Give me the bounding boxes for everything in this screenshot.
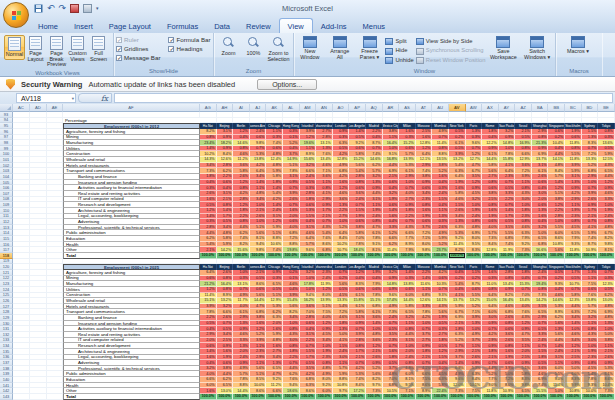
- column-header-ak[interactable]: AK: [266, 104, 283, 112]
- column-header-an[interactable]: AN: [316, 104, 333, 112]
- save-workspace-button[interactable]: Save Workspace: [487, 35, 519, 61]
- column-header-aj[interactable]: AJ: [250, 104, 267, 112]
- cell[interactable]: 100.0%: [499, 394, 516, 400]
- tab-home[interactable]: Home: [30, 19, 66, 33]
- page-break-preview-button[interactable]: Page Break Preview: [46, 35, 67, 69]
- insert-function-button[interactable]: fx: [78, 93, 112, 103]
- cell[interactable]: 100.0%: [250, 394, 267, 400]
- tab-add-ins[interactable]: Add-Ins: [313, 19, 355, 33]
- column-header-be[interactable]: BE: [598, 104, 615, 112]
- view-side-by-side-button[interactable]: View Side by Side: [416, 38, 486, 45]
- column-header-aq[interactable]: AQ: [366, 104, 383, 112]
- 100-button[interactable]: 100%: [241, 35, 266, 58]
- zoom-to-selection-button[interactable]: Zoom to Selection: [266, 35, 291, 63]
- gridlines-checkbox[interactable]: ✓Gridlines: [116, 45, 160, 52]
- cell[interactable]: 100.0%: [466, 394, 483, 400]
- column-header-ai[interactable]: AI: [233, 104, 250, 112]
- name-box-dropdown-icon[interactable]: ▾: [72, 96, 74, 101]
- cell[interactable]: [13, 394, 30, 400]
- tab-menus[interactable]: Menus: [355, 19, 394, 33]
- tab-review[interactable]: Review: [238, 19, 279, 33]
- cell[interactable]: 100.0%: [200, 394, 217, 400]
- cell[interactable]: 100.0%: [217, 394, 234, 400]
- hide-button[interactable]: Hide: [385, 48, 413, 55]
- cell[interactable]: 100.0%: [300, 394, 317, 400]
- column-header-ar[interactable]: AR: [383, 104, 400, 112]
- row-header-143[interactable]: 143: [0, 394, 13, 400]
- column-header-al[interactable]: AL: [283, 104, 300, 112]
- column-header-ax[interactable]: AX: [482, 104, 499, 112]
- column-header-af[interactable]: AF: [63, 104, 200, 112]
- cell[interactable]: 100.0%: [383, 394, 400, 400]
- column-header-ae[interactable]: AE: [47, 104, 63, 112]
- ruler-checkbox[interactable]: ✓Ruler: [116, 36, 160, 43]
- page-layout-button[interactable]: Page Layout: [25, 35, 46, 63]
- message-bar-checkbox[interactable]: ✓Message Bar: [116, 54, 160, 61]
- cell[interactable]: 100.0%: [432, 394, 449, 400]
- formula-input[interactable]: [114, 93, 613, 103]
- column-header-at[interactable]: AT: [416, 104, 433, 112]
- cell[interactable]: 100.0%: [266, 394, 283, 400]
- column-header-bc[interactable]: BC: [565, 104, 582, 112]
- column-header-az[interactable]: AZ: [515, 104, 532, 112]
- custom-views-button[interactable]: Custom Views: [67, 35, 88, 63]
- select-all-corner[interactable]: [0, 104, 13, 112]
- column-header-bb[interactable]: BB: [548, 104, 565, 112]
- column-header-ah[interactable]: AH: [217, 104, 234, 112]
- column-header-ac[interactable]: AC: [13, 104, 30, 112]
- cell[interactable]: 100.0%: [233, 394, 250, 400]
- cell[interactable]: 100.0%: [333, 394, 350, 400]
- cell[interactable]: 100.0%: [349, 394, 366, 400]
- column-header-ba[interactable]: BA: [532, 104, 549, 112]
- headings-checkbox[interactable]: ✓Headings: [168, 45, 210, 52]
- arrange-all-button[interactable]: Arrange All: [326, 35, 354, 61]
- normal-button[interactable]: Normal: [4, 35, 25, 60]
- cell[interactable]: 100.0%: [532, 394, 549, 400]
- office-button[interactable]: [3, 2, 29, 28]
- switch-windows-button[interactable]: Switch Windows ▾: [521, 35, 553, 61]
- zoom-button[interactable]: Zoom: [216, 35, 241, 58]
- cell[interactable]: 100.0%: [366, 394, 383, 400]
- split-button[interactable]: Split: [385, 38, 413, 45]
- cell[interactable]: 100.0%: [449, 394, 466, 400]
- column-header-ag[interactable]: AG: [200, 104, 217, 112]
- column-header-aw[interactable]: AW: [466, 104, 483, 112]
- cell[interactable]: 100.0%: [515, 394, 532, 400]
- new-window-button[interactable]: New Window: [296, 35, 324, 61]
- column-header-ap[interactable]: AP: [349, 104, 366, 112]
- freeze-panes-button[interactable]: Freeze Panes ▾: [356, 35, 384, 61]
- cell[interactable]: 100.0%: [316, 394, 333, 400]
- cell[interactable]: 100.0%: [565, 394, 582, 400]
- column-header-as[interactable]: AS: [399, 104, 416, 112]
- column-header-am[interactable]: AM: [300, 104, 317, 112]
- column-header-ao[interactable]: AO: [333, 104, 350, 112]
- cell[interactable]: 100.0%: [598, 394, 615, 400]
- cell[interactable]: 100.0%: [416, 394, 433, 400]
- tab-view[interactable]: View: [279, 18, 313, 33]
- cell[interactable]: 100.0%: [548, 394, 565, 400]
- cell[interactable]: [30, 394, 47, 400]
- cell[interactable]: 100.0%: [399, 394, 416, 400]
- options-button[interactable]: Options...: [257, 79, 317, 90]
- cell[interactable]: 100.0%: [482, 394, 499, 400]
- tab-formulas[interactable]: Formulas: [159, 19, 206, 33]
- tab-page-layout[interactable]: Page Layout: [101, 19, 159, 33]
- cell[interactable]: 100.0%: [582, 394, 599, 400]
- cell[interactable]: 100.0%: [283, 394, 300, 400]
- formula-bar-checkbox[interactable]: ✓Formula Bar: [168, 36, 210, 43]
- column-header-ad[interactable]: AD: [30, 104, 47, 112]
- column-header-au[interactable]: AU: [432, 104, 449, 112]
- tab-data[interactable]: Data: [206, 19, 238, 33]
- macros-button[interactable]: Macros ▾: [558, 35, 598, 56]
- unhide-button[interactable]: Unhide: [385, 57, 413, 64]
- button-label: Page Layout: [26, 51, 45, 62]
- column-header-ay[interactable]: AY: [499, 104, 516, 112]
- column-header-bd[interactable]: BD: [582, 104, 599, 112]
- cell[interactable]: [47, 394, 63, 400]
- button-label: Zoom to Selection: [267, 51, 290, 62]
- full-screen-button[interactable]: Full Screen: [88, 35, 109, 63]
- checkbox-icon: ✓: [168, 46, 174, 52]
- name-box[interactable]: AV118 ▾: [16, 93, 76, 103]
- column-header-av[interactable]: AV: [449, 104, 466, 112]
- tab-insert[interactable]: Insert: [66, 19, 101, 33]
